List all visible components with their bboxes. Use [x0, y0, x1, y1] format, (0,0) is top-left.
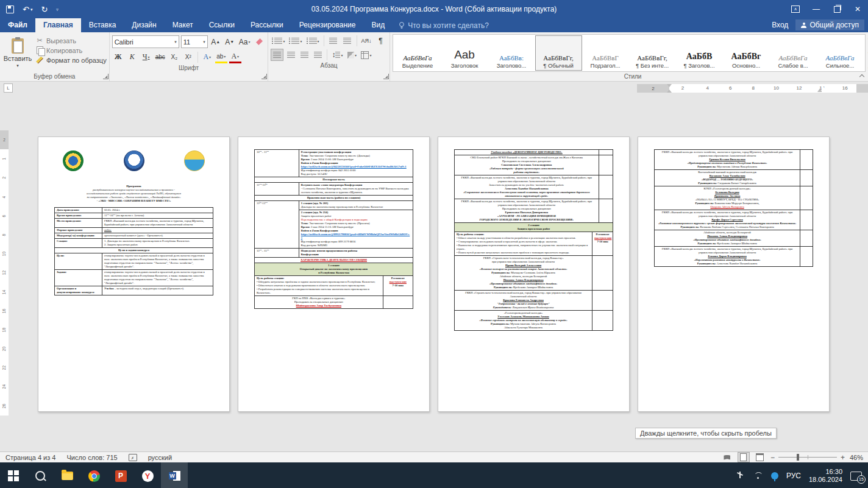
font-dialog-launcher-icon[interactable]: [261, 74, 267, 79]
increase-indent-button[interactable]: [341, 35, 354, 46]
style-item[interactable]: АаБбВвГаВыделение: [394, 35, 441, 71]
document-page-2[interactable]: 10⁰⁰– 11⁰⁰Регистрация участников конфере…: [238, 136, 430, 412]
font-color-button[interactable]: А▾: [229, 51, 241, 63]
grow-font-button[interactable]: А▲: [210, 37, 222, 48]
document-page-3[interactable]: Учебное пособие «ДЕКОРАТИВНОЕ ЦВЕТОВОДСТ…: [438, 136, 630, 412]
redo-icon[interactable]: ↻: [41, 5, 48, 13]
bullets-button[interactable]: ▾: [271, 35, 286, 46]
undo-icon[interactable]: ↶▾: [23, 5, 32, 13]
bold-button[interactable]: Ж: [112, 52, 124, 63]
line-spacing-button[interactable]: ↕▾: [330, 49, 344, 60]
tab-review[interactable]: Рецензирование: [291, 18, 364, 32]
tab-references[interactable]: Ссылки: [201, 18, 243, 32]
shrink-font-button[interactable]: А▼: [224, 37, 236, 48]
style-item[interactable]: АаБбВвГг,¶ Обычный: [535, 35, 582, 71]
paragraph-dialog-launcher-icon[interactable]: [383, 74, 389, 79]
tab-mailings[interactable]: Рассылки: [243, 18, 291, 32]
change-case-button[interactable]: Аа▾: [238, 37, 252, 48]
customize-qat-icon[interactable]: ▿: [56, 7, 59, 12]
chrome-button[interactable]: [80, 462, 107, 488]
underline-button[interactable]: Ч▾: [140, 52, 152, 63]
proofing-icon[interactable]: ✗: [123, 453, 143, 462]
print-layout-icon[interactable]: [738, 452, 750, 462]
tab-view[interactable]: Вид: [363, 18, 393, 32]
zoom-level[interactable]: 46%: [850, 454, 863, 461]
style-item[interactable]: АаБбВвГПодзагол...: [582, 35, 629, 71]
page-indicator[interactable]: Страница 4 из 4: [0, 454, 61, 461]
zoom-in-icon[interactable]: +: [841, 453, 845, 462]
copy-button[interactable]: Копировать: [35, 46, 107, 54]
collapse-ribbon-icon[interactable]: [859, 74, 864, 79]
tab-file[interactable]: Файл: [0, 18, 35, 32]
tab-layout[interactable]: Макет: [165, 18, 201, 32]
tab-insert[interactable]: Вставка: [81, 18, 124, 32]
zoom-slider[interactable]: − +: [770, 453, 845, 462]
indent-marker-left[interactable]: [667, 84, 672, 93]
read-mode-icon[interactable]: [722, 453, 733, 462]
tell-me-box[interactable]: Что вы хотите сделать?: [393, 21, 495, 32]
justify-button[interactable]: [312, 49, 324, 60]
tab-home[interactable]: Главная: [35, 18, 81, 32]
font-family-combo[interactable]: Calibri▾: [112, 35, 179, 48]
decrease-indent-button[interactable]: [327, 35, 340, 46]
text-effects-button[interactable]: А▾: [201, 52, 213, 63]
v-ruler[interactable]: 212468101214161820222426: [0, 130, 9, 416]
italic-button[interactable]: К: [126, 52, 138, 63]
restore-icon[interactable]: [827, 0, 847, 18]
clipboard-dialog-launcher-icon[interactable]: [103, 74, 108, 79]
document-area[interactable]: 212468101214161820222426 Программареспуб…: [0, 95, 868, 451]
style-item[interactable]: AabЗаголовок: [441, 35, 488, 71]
subscript-button[interactable]: X₂: [168, 52, 180, 63]
strikethrough-button[interactable]: abc: [154, 52, 166, 63]
style-item[interactable]: АаБбВ¶ Заголов...: [676, 35, 723, 71]
document-page-1[interactable]: Программареспубликанского конкурса научн…: [38, 136, 230, 412]
horizontal-ruler[interactable]: 2 246810121416: [637, 84, 868, 93]
borders-button[interactable]: ▾: [360, 49, 372, 60]
yandex-browser-button[interactable]: Y: [134, 462, 161, 488]
align-center-button[interactable]: [285, 49, 297, 60]
sort-button[interactable]: АЯ↓: [360, 35, 373, 46]
input-language[interactable]: РУС: [786, 472, 801, 480]
usb-icon[interactable]: [736, 472, 745, 480]
taskbar-search-button[interactable]: [27, 462, 54, 488]
close-icon[interactable]: ✕: [847, 0, 868, 18]
tab-design[interactable]: Дизайн: [124, 18, 164, 32]
style-item[interactable]: АаБбВвГаСлабое в...: [770, 35, 817, 71]
style-item[interactable]: АаБбВвГаСильное...: [817, 35, 864, 71]
superscript-button[interactable]: X²: [182, 52, 194, 63]
word-count[interactable]: Число слов: 715: [61, 454, 123, 461]
style-item[interactable]: АаБбВвГг,¶ Без инте...: [629, 35, 676, 71]
zoom-out-icon[interactable]: −: [770, 453, 775, 462]
punto-switcher-icon[interactable]: [771, 472, 778, 479]
align-right-button[interactable]: [299, 49, 310, 60]
language-indicator[interactable]: русский: [143, 454, 177, 461]
numbering-button[interactable]: ▾: [288, 35, 303, 46]
indent-marker-right[interactable]: [817, 88, 822, 92]
action-center-icon[interactable]: 15: [850, 472, 862, 481]
paste-button[interactable]: Вставить▾: [2, 34, 33, 72]
minimize-icon[interactable]: —: [806, 0, 827, 18]
multilevel-list-button[interactable]: ▾: [305, 35, 321, 46]
format-painter-button[interactable]: Формат по образцу: [35, 56, 107, 64]
wifi-icon[interactable]: [753, 472, 763, 480]
tab-selector[interactable]: L: [4, 83, 13, 93]
font-size-combo[interactable]: 11▾: [181, 35, 208, 48]
align-left-button[interactable]: [271, 49, 283, 61]
sign-in-button[interactable]: Вход: [767, 19, 793, 30]
word-button[interactable]: W: [161, 462, 188, 488]
clear-formatting-icon[interactable]: [253, 37, 265, 48]
style-item[interactable]: АаБбВгОсновно...: [723, 35, 770, 71]
cut-button[interactable]: ✂Вырезать: [35, 37, 107, 44]
share-button[interactable]: Общий доступ: [795, 19, 864, 30]
document-page-4[interactable]: ГККП «Высший колледж лесного хозяйства, …: [638, 136, 830, 412]
save-icon[interactable]: [6, 5, 14, 13]
show-marks-button[interactable]: ¶: [375, 35, 387, 46]
shading-button[interactable]: ▾: [346, 49, 358, 60]
start-button[interactable]: [0, 462, 27, 488]
ribbon-display-options-icon[interactable]: ∧: [785, 0, 806, 18]
style-item[interactable]: АаБбВв:Заголово...: [488, 35, 535, 71]
file-explorer-button[interactable]: [54, 462, 80, 488]
zoom-handle[interactable]: [797, 454, 799, 461]
web-layout-icon[interactable]: [755, 453, 766, 462]
highlight-color-button[interactable]: ab▾: [215, 51, 227, 63]
